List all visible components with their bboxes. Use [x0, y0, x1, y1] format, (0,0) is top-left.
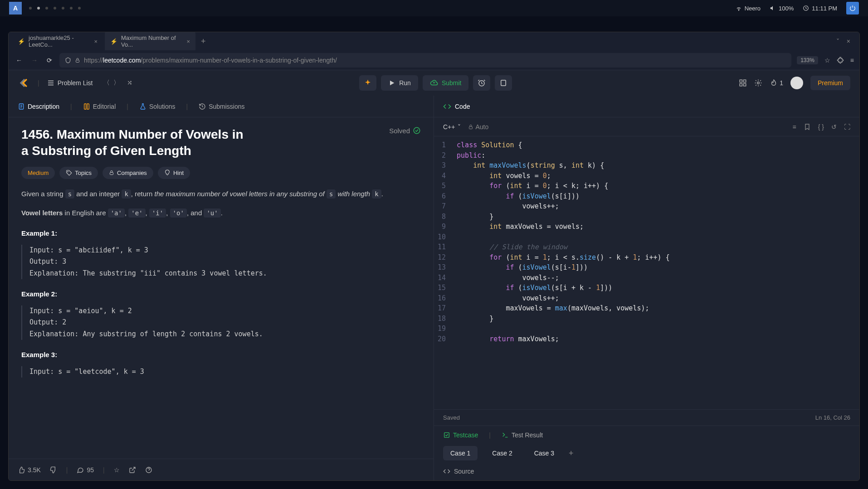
browser-tab-0[interactable]: ⚡ joshuamarkle25 - LeetCo... × [12, 32, 103, 52]
like-button[interactable]: 3.5K [18, 466, 41, 474]
svg-rect-15 [469, 126, 473, 129]
brackets-button[interactable]: { } [818, 123, 824, 131]
tab-description[interactable]: Description [18, 103, 59, 110]
alarm-icon [478, 79, 486, 87]
new-tab-button[interactable]: + [201, 37, 206, 46]
source-row[interactable]: Source [443, 468, 850, 475]
bookmark-icon [804, 123, 811, 131]
forward-button[interactable]: → [29, 55, 39, 66]
auto-complete-toggle[interactable]: Auto [468, 123, 488, 131]
settings-button[interactable] [754, 79, 762, 87]
tag-icon [66, 169, 72, 176]
power-icon [849, 5, 856, 11]
next-problem-button[interactable]: 〉 [113, 79, 120, 87]
code-editor[interactable]: 1234567891011121314151617181920 class So… [434, 136, 859, 409]
problem-list-button[interactable]: Problem List [47, 79, 93, 87]
wifi-indicator[interactable]: Neero [736, 5, 761, 12]
comments-button[interactable]: 95 [77, 466, 94, 474]
power-button[interactable] [846, 2, 859, 15]
fullscreen-button[interactable]: ⛶ [844, 123, 850, 131]
tab-submissions[interactable]: Submissions [199, 103, 244, 110]
code-header: Code [434, 96, 859, 117]
cursor-position: Ln 16, Col 26 [815, 414, 850, 421]
prev-problem-button[interactable]: 〈 [103, 79, 110, 87]
tab-testcase[interactable]: Testcase [443, 431, 478, 439]
close-icon[interactable]: × [186, 38, 190, 45]
sparkle-icon [364, 79, 372, 87]
submit-button[interactable]: Submit [423, 75, 469, 91]
svg-point-12 [68, 171, 68, 172]
reset-button[interactable]: ↺ [831, 123, 837, 131]
chevron-down-icon: ˅ [458, 123, 461, 131]
shield-icon [65, 57, 71, 63]
arch-logo-icon[interactable]: A [9, 2, 22, 15]
menu-icon[interactable]: ≡ [850, 57, 854, 64]
tabs-dropdown-icon[interactable]: ˅ [836, 38, 839, 45]
bookmark-button[interactable] [804, 123, 811, 131]
debug-button[interactable] [359, 75, 376, 91]
avatar[interactable] [790, 77, 803, 89]
shuffle-button[interactable]: ⤭ [127, 79, 132, 87]
star-icon[interactable]: ☆ [824, 57, 830, 64]
zoom-badge[interactable]: 133% [797, 56, 818, 64]
dislike-button[interactable] [50, 466, 57, 474]
add-case-button[interactable]: + [569, 449, 574, 458]
svg-rect-7 [740, 84, 742, 86]
companies-button[interactable]: Companies [102, 167, 153, 179]
run-button[interactable]: Run [381, 75, 418, 91]
editor-status-bar: Saved Ln 16, Col 26 [434, 409, 859, 426]
browser-tab-1[interactable]: ⚡ Maximum Number of Vo... × [105, 32, 195, 52]
tab-test-result[interactable]: Test Result [502, 431, 543, 439]
code-icon [443, 102, 451, 111]
volume-indicator[interactable]: 100% [770, 5, 794, 12]
topics-button[interactable]: Topics [59, 167, 98, 179]
back-button[interactable]: ← [14, 55, 24, 66]
check-square-icon [443, 431, 450, 439]
timer-button[interactable] [473, 75, 490, 91]
svg-rect-13 [110, 173, 113, 175]
code-icon [443, 468, 450, 475]
svg-rect-4 [501, 80, 506, 86]
list-icon [47, 79, 55, 87]
flask-icon [139, 103, 146, 110]
clock-icon [803, 5, 809, 11]
window-close-icon[interactable]: × [847, 38, 850, 45]
flame-icon [770, 79, 778, 87]
saved-label: Saved [443, 414, 460, 421]
url-field[interactable]: https://leetcode.com/problems/maximum-nu… [59, 53, 791, 68]
favorite-button[interactable]: ☆ [114, 466, 120, 474]
layout-button[interactable] [739, 79, 747, 87]
extensions-icon[interactable] [837, 57, 844, 64]
svg-rect-16 [444, 433, 449, 438]
case-button[interactable]: Case 3 [527, 446, 561, 460]
svg-rect-2 [76, 60, 79, 62]
svg-rect-5 [740, 80, 742, 82]
share-button[interactable] [129, 466, 136, 474]
language-select[interactable]: C++ ˅ [443, 123, 461, 131]
thumbs-up-icon [18, 466, 25, 474]
wifi-icon [736, 5, 742, 11]
tab-solutions[interactable]: Solutions [139, 103, 176, 110]
hint-button[interactable]: Hint [158, 167, 190, 179]
question-icon [145, 466, 152, 474]
tab-editorial[interactable]: Editorial [83, 103, 116, 110]
url-bar: ← → ⟳ https://leetcode.com/problems/maxi… [9, 50, 859, 70]
reload-button[interactable]: ⟳ [45, 55, 54, 66]
help-button[interactable] [145, 466, 152, 474]
system-bar: A Neero 100% 11:11 PM [0, 0, 868, 16]
format-button[interactable]: ≡ [793, 123, 796, 131]
workspace-dots[interactable] [29, 7, 81, 10]
svg-rect-6 [744, 80, 746, 82]
case-button[interactable]: Case 2 [485, 446, 519, 460]
notes-button[interactable] [495, 75, 512, 91]
book-icon [83, 103, 90, 110]
close-icon[interactable]: × [94, 38, 98, 45]
case-button[interactable]: Case 1 [443, 446, 478, 460]
premium-button[interactable]: Premium [810, 76, 850, 90]
grid-icon [739, 79, 747, 87]
svg-point-9 [757, 82, 760, 84]
leetcode-logo-icon[interactable] [18, 77, 30, 89]
description-footer: 3.5K | 95 | ☆ [9, 459, 434, 480]
tab-favicon-icon: ⚡ [18, 38, 25, 45]
streak-indicator[interactable]: 1 [770, 79, 783, 87]
